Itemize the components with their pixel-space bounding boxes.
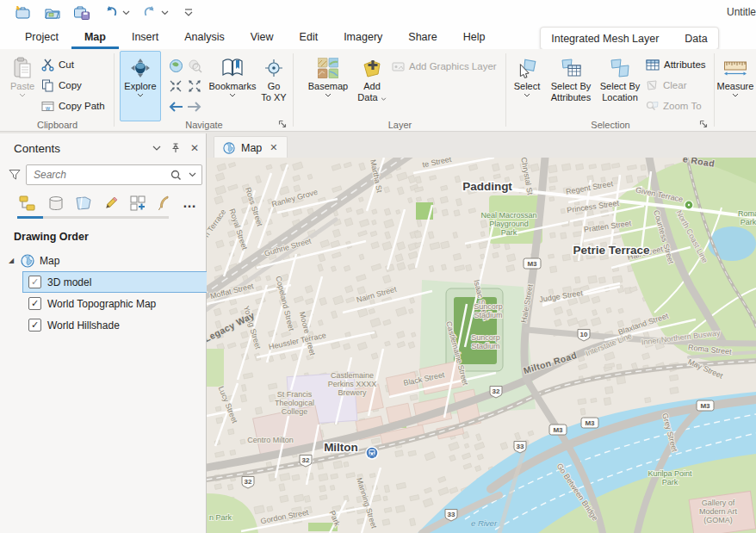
layer-checkbox[interactable]: ✓ [28, 319, 41, 332]
list-by-drawing-order-icon[interactable] [19, 195, 36, 211]
cut-button[interactable]: Cut [41, 54, 105, 75]
expander-icon[interactable]: ◢ [9, 257, 17, 264]
layer-label[interactable]: 3D model [47, 276, 91, 288]
full-extent-icon[interactable] [169, 59, 183, 73]
basemap-dropdown-icon[interactable] [325, 93, 332, 97]
select-button[interactable]: Select [510, 52, 544, 121]
layer-row-world-topographic-map[interactable]: ✓ World Topographic Map [22, 293, 208, 314]
list-by-selection-icon[interactable] [76, 196, 91, 210]
svg-text:32: 32 [493, 387, 500, 395]
basemap-label: Basemap [308, 81, 348, 92]
checkmark-icon: ✓ [31, 299, 39, 308]
route-shield: 10 [578, 330, 590, 342]
tab-insert[interactable]: Insert [119, 26, 171, 49]
list-by-data-source-icon[interactable] [48, 195, 64, 211]
previous-extent-icon[interactable] [168, 101, 183, 113]
svg-text:M3: M3 [585, 419, 595, 427]
measure-dropdown-icon[interactable] [732, 93, 739, 97]
filter-icon[interactable] [9, 169, 21, 181]
select-by-location-button[interactable]: Select ByLocation [598, 52, 642, 121]
search-options-chevron-icon[interactable] [189, 172, 196, 177]
bookmarks-dropdown-icon[interactable] [229, 93, 236, 97]
save-project-icon[interactable] [72, 3, 91, 22]
explore-dropdown-icon[interactable] [137, 93, 144, 97]
basemap-button[interactable]: Basemap [306, 52, 350, 121]
map-globe-icon [21, 254, 34, 268]
tab-project[interactable]: Project [12, 26, 71, 49]
layer-row-3d-model[interactable]: ✓ 3D model [22, 271, 208, 293]
tree-item-map[interactable]: ◢ Map [0, 250, 206, 271]
tree-item-map-label[interactable]: Map [40, 255, 59, 267]
open-project-icon[interactable] [43, 3, 62, 22]
copy-path-button[interactable]: w Copy Path [41, 96, 105, 116]
map-view-tab[interactable]: Map ✕ [214, 136, 288, 158]
svg-text:33: 33 [517, 443, 524, 450]
tab-data[interactable]: Data [685, 33, 707, 45]
search-icon[interactable] [170, 170, 182, 181]
close-map-tab-icon[interactable]: ✕ [270, 142, 277, 153]
list-by-editing-icon[interactable] [103, 196, 118, 211]
tab-imagery[interactable]: Imagery [331, 26, 395, 49]
paste-button[interactable]: Paste [5, 52, 40, 121]
next-extent-icon[interactable] [187, 101, 202, 113]
layer-checkbox[interactable]: ✓ [28, 276, 41, 288]
clear-icon [646, 80, 659, 91]
more-options-icon[interactable]: … [183, 195, 197, 211]
close-pane-icon[interactable]: ✕ [190, 142, 199, 154]
copy-button[interactable]: Copy [41, 75, 105, 96]
tab-analysis[interactable]: Analysis [171, 26, 238, 49]
bookmarks-icon [221, 55, 244, 81]
zoom-to-button[interactable]: Zoom To [646, 96, 706, 116]
layer-label[interactable]: World Topographic Map [47, 298, 156, 310]
add-graphics-layer-label: Add Graphics Layer [409, 61, 497, 71]
fixed-zoom-out-icon[interactable] [188, 79, 201, 93]
pane-menu-chevron-icon[interactable] [152, 146, 161, 152]
go-to-xy-label: GoTo XY [261, 81, 286, 103]
tab-edit[interactable]: Edit [287, 26, 332, 49]
map-canvas[interactable]: 321032323333M3M3M3M3 n TerraceRoss Stree… [207, 158, 756, 533]
new-project-icon[interactable] [14, 3, 33, 22]
select-by-attributes-button[interactable]: Select ByAttributes [546, 52, 596, 121]
checkmark-icon: ✓ [31, 277, 39, 287]
bookmarks-button[interactable]: Bookmarks [208, 52, 257, 121]
attributes-button[interactable]: Attributes [646, 54, 706, 75]
tab-map[interactable]: Map [71, 26, 119, 49]
layer-checkbox[interactable]: ✓ [28, 297, 41, 310]
zoom-to-icon [646, 101, 659, 112]
group-label-selection: Selection [506, 120, 715, 130]
paste-dropdown-icon[interactable] [19, 93, 26, 97]
redo-icon[interactable] [140, 3, 159, 22]
go-to-xy-button[interactable]: GoTo XY [257, 52, 290, 121]
select-dropdown-icon[interactable] [524, 93, 530, 97]
zoom-to-selection-icon[interactable] [188, 59, 202, 73]
list-by-snapping-icon[interactable] [130, 195, 146, 211]
clear-button[interactable]: Clear [646, 75, 706, 96]
selection-dialog-launcher-icon[interactable] [699, 120, 708, 128]
tab-view[interactable]: View [238, 26, 287, 49]
add-graphics-layer-button[interactable]: Add Graphics Layer [392, 56, 497, 77]
add-data-button[interactable]: AddData [356, 52, 388, 121]
measure-button[interactable]: Measure [716, 52, 754, 121]
undo-icon[interactable] [102, 3, 121, 22]
customize-toolbar-icon[interactable] [179, 3, 198, 22]
redo-dropdown-icon[interactable] [161, 10, 169, 15]
route-shield: M3 [697, 400, 714, 411]
map-tab-globe-icon [223, 142, 235, 154]
explore-button[interactable]: Explore [120, 51, 161, 121]
layer-label[interactable]: World Hillshade [47, 319, 120, 332]
fixed-zoom-in-icon[interactable] [169, 79, 183, 93]
tab-share[interactable]: Share [395, 26, 449, 49]
map-label: RomaPark [738, 209, 756, 226]
navigate-dialog-launcher-icon[interactable] [278, 120, 287, 128]
search-input[interactable] [32, 168, 170, 182]
tab-integrated-mesh-layer[interactable]: Integrated Mesh Layer [551, 33, 659, 45]
list-by-labeling-icon[interactable] [158, 195, 170, 211]
map-view[interactable]: 321032323333M3M3M3M3 n TerraceRoss Stree… [207, 158, 756, 533]
map-tab-label[interactable]: Map [241, 142, 262, 154]
layer-row-world-hillshade[interactable]: ✓ World Hillshade [22, 314, 208, 336]
measure-label: Measure [717, 81, 754, 92]
pin-icon[interactable] [171, 143, 180, 153]
tab-help[interactable]: Help [450, 26, 499, 49]
select-by-attributes-icon [561, 55, 581, 81]
undo-dropdown-icon[interactable] [122, 10, 130, 15]
